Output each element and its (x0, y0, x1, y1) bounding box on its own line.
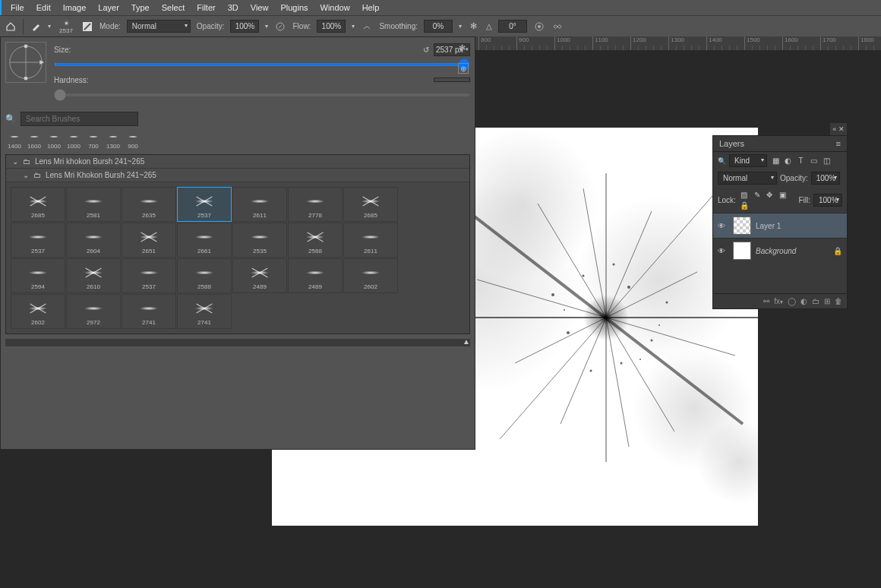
new-layer-icon[interactable]: ⊞ (824, 297, 830, 305)
brush-search-input[interactable] (21, 112, 138, 126)
menu-plugins[interactable]: Plugins (274, 1, 314, 14)
recent-brush[interactable]: 1300 (104, 131, 122, 150)
menu-view[interactable]: View (245, 1, 275, 14)
menu-window[interactable]: Window (314, 1, 356, 14)
brush-preset[interactable]: 2685 (343, 187, 398, 222)
brush-preset-preview[interactable]: 2537 (57, 18, 75, 34)
brush-preset[interactable]: 2685 (11, 187, 65, 222)
brush-tip-angle[interactable] (5, 42, 46, 83)
recent-brush[interactable]: 900 (124, 131, 142, 150)
opacity-field[interactable]: 100% (230, 20, 259, 33)
recent-brush[interactable]: 1000 (45, 131, 63, 150)
new-brush-icon[interactable]: ⊕ (458, 63, 469, 74)
layer-fx-icon[interactable]: fx▾ (774, 297, 783, 305)
brush-preset[interactable]: 2535 (232, 223, 287, 258)
chevron-down-icon: ⌄ (23, 171, 29, 179)
menu-edit[interactable]: Edit (30, 1, 57, 14)
mode-dropdown[interactable]: Normal (127, 20, 191, 33)
svg-point-28 (583, 275, 585, 277)
recent-brush[interactable]: 1600 (25, 131, 43, 150)
brush-preset[interactable]: 2489 (232, 258, 287, 293)
hardness-label: Hardness: (54, 76, 89, 84)
brush-preset[interactable]: 2651 (122, 223, 176, 258)
pressure-opacity-icon[interactable] (274, 21, 286, 33)
pressure-size-icon[interactable] (533, 21, 545, 33)
lock-icons[interactable]: ▨ ✎ ✥ ▣ 🔒 (739, 189, 793, 210)
brush-preset[interactable]: 2588 (288, 223, 343, 258)
flip-icon[interactable]: ↺ (423, 46, 429, 54)
brush-settings-icon[interactable] (81, 21, 93, 33)
panel-menu-icon[interactable]: ≡ (836, 139, 841, 148)
size-slider[interactable] (54, 63, 470, 66)
recent-brush[interactable]: 1000 (65, 131, 83, 150)
layer-mask-icon[interactable]: ◯ (788, 297, 796, 305)
folder-icon: 🗀 (33, 171, 41, 179)
blend-mode-dropdown[interactable]: Normal (718, 172, 777, 185)
layer-item[interactable]: 👁 Background 🔒 (713, 238, 847, 263)
options-bar: ▾ 2537 Mode: Normal Opacity: 100%▾ Flow:… (0, 15, 881, 36)
brush-preset[interactable]: 2602 (11, 294, 65, 329)
brush-folder[interactable]: ⌄ 🗀 Lens Mri khokon Bursh 241~265 (6, 155, 469, 169)
hardness-field[interactable] (434, 77, 470, 82)
brush-preset[interactable]: 2537 (122, 258, 176, 293)
angle-field[interactable]: 0° (498, 20, 527, 33)
smoothing-label: Smoothing: (379, 22, 418, 30)
layer-opacity-field[interactable]: 100% (811, 172, 840, 185)
brush-preset[interactable]: 2972 (66, 294, 121, 329)
layer-name[interactable]: Background (756, 247, 796, 255)
home-icon[interactable] (5, 21, 17, 33)
brush-preset[interactable]: 2635 (122, 187, 176, 222)
brush-preset[interactable]: 2611 (232, 187, 287, 222)
brush-tool-icon[interactable] (30, 21, 42, 33)
visibility-icon[interactable]: 👁 (718, 222, 728, 230)
smoothing-gear-icon[interactable]: ✻ (468, 21, 480, 33)
adjustment-layer-icon[interactable]: ◐ (800, 297, 807, 305)
layer-item[interactable]: 👁 Layer 1 (713, 213, 847, 238)
delete-layer-icon[interactable]: 🗑 (835, 297, 842, 305)
fill-field[interactable]: 100% (813, 194, 842, 207)
filter-kind-dropdown[interactable]: Kind (729, 154, 767, 167)
group-icon[interactable]: 🗀 (812, 297, 819, 305)
collapse-panel-icon[interactable]: « ✕ (830, 123, 847, 135)
brush-panel-gear-icon[interactable]: ✻▾ (459, 43, 469, 53)
airbrush-icon[interactable] (361, 21, 373, 33)
brush-preset[interactable]: 2602 (343, 258, 398, 293)
layers-tab-label[interactable]: Layers (719, 139, 744, 148)
menu-help[interactable]: Help (356, 1, 386, 14)
brush-preset[interactable]: 2661 (177, 223, 232, 258)
menu-file[interactable]: File (5, 1, 30, 14)
brush-preset[interactable]: 2537 (177, 187, 232, 222)
smoothing-field[interactable]: 0% (424, 20, 453, 33)
recent-brush[interactable]: 700 (84, 131, 103, 150)
brush-subfolder[interactable]: ⌄ 🗀 Lens Mri Khokon Bursh 241~265 (6, 169, 469, 182)
lock-artboard-icon: ▣ (777, 189, 788, 200)
brush-preset[interactable]: 2537 (11, 223, 65, 258)
menu-3d[interactable]: 3D (222, 1, 245, 14)
brush-preset[interactable]: 2581 (66, 187, 121, 222)
svg-point-35 (658, 324, 660, 326)
layer-name[interactable]: Layer 1 (756, 222, 781, 230)
menu-filter[interactable]: Filter (191, 1, 221, 14)
link-layers-icon[interactable]: ⚯ (763, 297, 769, 305)
layers-footer: ⚯ fx▾ ◯ ◐ 🗀 ⊞ 🗑 (713, 293, 847, 308)
symmetry-icon[interactable] (551, 21, 564, 33)
brush-preset[interactable]: 2610 (66, 258, 121, 293)
filter-icons[interactable]: ▦ ◐ T ▭ ◫ (770, 156, 832, 166)
brush-preset[interactable]: 2778 (288, 187, 343, 222)
menu-layer[interactable]: Layer (92, 1, 125, 14)
brush-preset[interactable]: 2604 (66, 223, 121, 258)
brush-preset[interactable]: 2489 (288, 258, 343, 293)
menu-select[interactable]: Select (156, 1, 191, 14)
brush-preview-size-slider[interactable] (5, 339, 470, 346)
brush-preset[interactable]: 2741 (122, 294, 176, 329)
brush-preset[interactable]: 2588 (177, 258, 232, 293)
menu-image[interactable]: Image (57, 1, 93, 14)
brush-preset[interactable]: 2611 (343, 223, 398, 258)
flow-field[interactable]: 100% (317, 20, 346, 33)
menu-type[interactable]: Type (125, 1, 156, 14)
brush-preset[interactable]: 2741 (177, 294, 232, 329)
brush-preset[interactable]: 2594 (11, 258, 65, 293)
hardness-slider[interactable] (54, 93, 470, 96)
recent-brush[interactable]: 1400 (5, 131, 24, 150)
visibility-icon[interactable]: 👁 (718, 247, 728, 255)
